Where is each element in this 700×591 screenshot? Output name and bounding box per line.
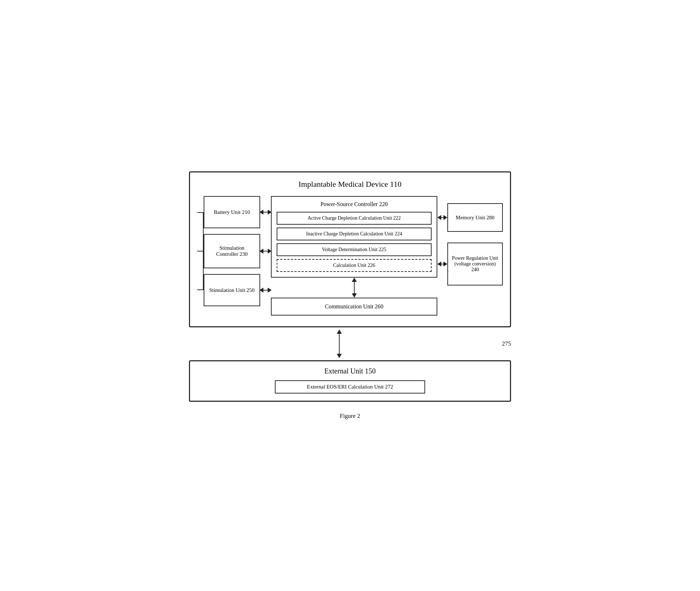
psc-title: Power-Source Controller 220	[277, 201, 432, 207]
voltage-det-box: Voltage Determination Unit 225	[277, 243, 432, 256]
stim-unit-box: Stimulation Unit 250	[204, 274, 260, 306]
imd-box: Implantable Medical Device 110	[189, 171, 511, 327]
page-container: Implantable Medical Device 110	[189, 171, 511, 420]
external-unit-box: External Unit 150 External EOS/ERI Calcu…	[189, 360, 511, 402]
figure-label: Figure 2	[189, 412, 511, 420]
external-title: External Unit 150	[197, 367, 503, 375]
memory-unit-box: Memory Unit 280	[447, 203, 503, 232]
power-reg-unit-box: Power Regulation Unit (voltage conversio…	[447, 243, 503, 285]
stim-controller-box: Stimulation Controller 230	[204, 234, 260, 268]
comm-unit-box: Communication Unit 260	[271, 298, 437, 316]
inactive-calc-box: Inactive Charge Depletion Calculation Un…	[277, 228, 432, 240]
battery-unit-box: Battery Unit 210	[204, 196, 260, 228]
active-calc-box: Active Charge Depletion Calculation Unit…	[277, 212, 432, 225]
imd-title: Implantable Medical Device 110	[197, 180, 503, 189]
psc-box: Power-Source Controller 220 Active Charg…	[271, 196, 437, 278]
ext-calc-box: External EOS/ERI Calculation Unit 272	[275, 380, 425, 394]
calc-unit-box: Calculation Unit 226	[277, 259, 432, 272]
arrow-label: 275	[502, 340, 511, 347]
